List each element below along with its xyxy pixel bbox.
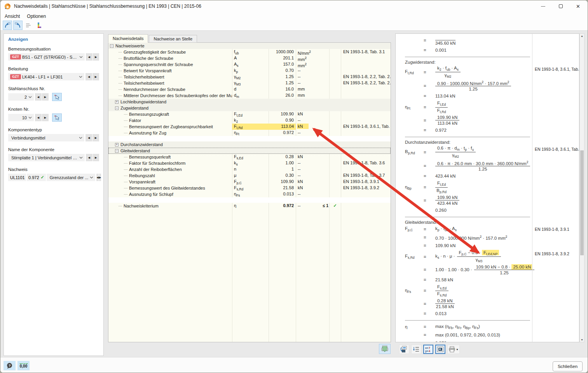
show-graphic-button[interactable] xyxy=(435,345,445,354)
pick-node-button[interactable]: × xyxy=(52,113,62,122)
collapse-icon[interactable]: − xyxy=(115,149,119,153)
report-button[interactable] xyxy=(24,21,33,30)
expand-icon[interactable]: + xyxy=(115,143,119,146)
table-row[interactable]: Nachweiskriteriumη0.972--≤ 1✓ xyxy=(108,203,391,209)
prev-component-button[interactable]: ◀ xyxy=(86,154,92,161)
table-row[interactable]: Beiwert für Vorspannkraftkp0.70-- xyxy=(108,68,391,74)
table-row[interactable]: Nenndurchmesser der Schraubed16.0mm xyxy=(108,86,391,92)
collapse-icon[interactable]: − xyxy=(115,106,119,110)
prev-situation-button[interactable]: ◀ xyxy=(86,53,92,61)
prev-connection-button[interactable]: ◀ xyxy=(35,93,42,101)
svg-text:×: × xyxy=(54,115,56,117)
check-cell xyxy=(329,74,341,80)
formula-line: 0.260 xyxy=(405,207,579,214)
next-check-button[interactable]: ▶ xyxy=(99,174,101,181)
komponente-select[interactable]: Stirnplatte 1 | Verbindungsmittel 1 | Sc… xyxy=(8,154,85,161)
check-cell xyxy=(329,55,341,61)
table-row[interactable]: BemessungszugkraftFt,Ed109.90kN xyxy=(108,111,391,117)
formula-lhs: ηFs xyxy=(405,288,424,294)
table-row[interactable]: Bemessungswert der ZugbeanspruchbarkeitF… xyxy=(108,124,391,130)
table-row[interactable]: Mittlerer Durchmesser des Schraubenkopfe… xyxy=(108,92,391,99)
minimize-button[interactable] xyxy=(534,0,552,12)
menu-ansicht[interactable]: Ansicht xyxy=(1,13,23,20)
tree-group-row[interactable]: +Durchstanzwiderstand xyxy=(108,141,391,148)
maximize-button[interactable] xyxy=(552,0,569,12)
formula-scrollbar[interactable]: ▲ ▼ xyxy=(579,33,585,342)
show-values-button[interactable]: x=7y=4 xyxy=(423,345,433,354)
stahlanschluss-select[interactable]: 2 xyxy=(8,93,34,101)
units-settings-button[interactable]: 0,00 xyxy=(17,361,30,370)
formula-line: =0.972 xyxy=(405,127,579,134)
close-window-button[interactable]: ✕ xyxy=(569,0,587,12)
table-row[interactable]: Grenzzugfestigkeit der Schraubefub1000.0… xyxy=(108,49,391,55)
prev-type-button[interactable]: ◀ xyxy=(85,134,92,141)
prev-load-button[interactable]: ◀ xyxy=(85,73,92,80)
table-row[interactable]: Bemessungswert des GleitwiderstandesFs,R… xyxy=(108,185,391,191)
limit-value: ≤ 1 xyxy=(323,203,328,209)
svg-text:4: 4 xyxy=(429,350,430,352)
print-table-button[interactable] xyxy=(379,344,391,354)
table-row[interactable]: Ausnutzung für SchlupfηFs0.013-- xyxy=(108,191,391,197)
tab-nachweise-an-stelle[interactable]: Nachweise an Stelle xyxy=(149,35,197,43)
table-row[interactable]: TeilsicherheitsbeiwertγM31.25--EN 1993-1… xyxy=(108,80,391,86)
unit-cell: -- xyxy=(296,130,329,136)
scroll-up-icon[interactable]: ▲ xyxy=(580,35,584,37)
nachweis-ratio-value: 0.972 xyxy=(28,175,39,180)
prev-check-button[interactable]: ◀ xyxy=(96,174,98,181)
bemessungssituation-select[interactable]: GZT BS1 - GZT (STR/GEO) - Ständig ... xyxy=(8,53,85,61)
table-row[interactable]: Faktork20.90-- xyxy=(108,117,391,124)
tree-group-row[interactable]: +Lochleibungswiderstand xyxy=(108,99,391,105)
scrollbar-thumb[interactable] xyxy=(580,150,584,255)
next-node-button[interactable]: ▶ xyxy=(42,114,49,121)
next-load-button[interactable]: ▶ xyxy=(92,73,99,80)
table-row[interactable]: BemessungsquerkraftFs,Ed0.28kN xyxy=(108,154,391,160)
next-type-button[interactable]: ▶ xyxy=(92,134,99,141)
table-row[interactable]: Ausnutzung für ZugηFt0.972-- xyxy=(108,130,391,136)
menu-optionen[interactable]: Optionen xyxy=(23,13,49,20)
belastung-select[interactable]: GZT LK404 - LF1 + LF301 xyxy=(8,73,84,80)
table-row[interactable]: Bruttofläche der SchraubeA201.1mm2 xyxy=(108,55,391,61)
tab-nachweisdetails[interactable]: Nachweisdetails xyxy=(108,34,148,43)
svg-text:y=: y= xyxy=(425,350,428,353)
navigate-back-button[interactable] xyxy=(3,21,12,30)
table-row[interactable]: TeilsicherheitsbeiwertγM21.25--EN 1993-1… xyxy=(108,74,391,80)
unit-cell: -- xyxy=(296,74,329,80)
list-options-button[interactable] xyxy=(411,345,421,354)
result-diagram-button[interactable] xyxy=(34,21,44,30)
tree-group-row[interactable]: −Zugwiderstand xyxy=(108,105,391,111)
table-row[interactable]: Faktor für Schraubenlochformks1.00--EN 1… xyxy=(108,160,391,166)
symbol-cell: As xyxy=(232,61,269,68)
komponententyp-select[interactable]: Verbindungsmittel xyxy=(8,134,84,141)
main-toolbar xyxy=(3,20,44,30)
navigate-forward-button[interactable] xyxy=(13,21,23,30)
svg-text:×: × xyxy=(54,94,56,97)
unit-cell: -- xyxy=(296,173,329,179)
swap-graphic-button[interactable] xyxy=(399,345,409,354)
tree-group-row[interactable]: −Gleitwiderstand xyxy=(108,148,391,154)
table-row[interactable]: Reibungszahlμ0.30--EN 1993-1-8, Tab. 3.7 xyxy=(108,173,391,179)
collapse-icon[interactable]: − xyxy=(110,44,113,48)
row-label: Teilsicherheitsbeiwert xyxy=(124,80,164,86)
expand-icon[interactable]: + xyxy=(115,100,119,104)
reference-cell: EN 1993-1-8, 2.2, Tab. 2.1 xyxy=(341,80,391,86)
knoten-select[interactable]: 10 xyxy=(8,114,34,121)
next-situation-button[interactable]: ▶ xyxy=(93,53,99,61)
pick-connection-button[interactable]: × xyxy=(52,93,62,101)
formula-section-title: Zugwiderstand: xyxy=(405,60,579,64)
fraction: k2 · fub · AsγM2 xyxy=(435,66,461,79)
nachweis-select[interactable]: Grenzzustand der ... xyxy=(47,174,96,181)
table-row[interactable]: VorspannkraftFp,C109.90kNEN 1993-1-8, 3.… xyxy=(108,179,391,185)
help-button[interactable]: ? xyxy=(3,361,16,370)
value-cell: 0.30 xyxy=(269,173,296,179)
row-label: Zugwiderstand xyxy=(120,105,148,111)
table-row[interactable]: Anzahl der Reiboberflächenn1-- xyxy=(108,166,391,173)
tree-group-row[interactable]: −Nachweiswerte xyxy=(108,43,391,49)
next-connection-button[interactable]: ▶ xyxy=(42,93,49,101)
scroll-down-icon[interactable]: ▼ xyxy=(580,338,584,341)
next-component-button[interactable]: ▶ xyxy=(93,154,99,161)
close-dialog-button[interactable]: Schließen xyxy=(553,361,583,371)
unit-cell: -- xyxy=(296,117,329,124)
prev-node-button[interactable]: ◀ xyxy=(35,114,42,121)
print-button[interactable]: ▼ xyxy=(447,345,460,354)
table-row[interactable]: Spannungsquerschnitt der SchraubeAs157.0… xyxy=(108,61,391,68)
